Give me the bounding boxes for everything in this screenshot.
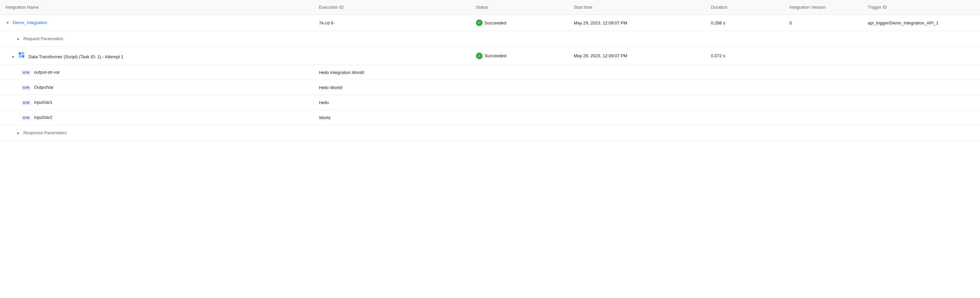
expand-button[interactable] <box>5 20 10 26</box>
table-header-row: Integration Name Execution ID Status Sta… <box>0 0 980 15</box>
task-execution-id-cell <box>314 47 471 65</box>
response-params-row: Response Parameters <box>0 125 980 141</box>
task-expand-button[interactable] <box>11 54 16 60</box>
success-icon: ✓ <box>476 19 483 26</box>
col-header-start-time: Start time <box>568 0 705 15</box>
var-value-cell-3: World <box>314 110 471 125</box>
chevron-down-icon <box>7 21 9 25</box>
table-row: Demo_Integration 7e cd 6- ✓ Succeeded Ma… <box>0 15 980 31</box>
response-params-expand-button[interactable] <box>16 130 21 136</box>
str-badge-3: STR <box>21 116 31 120</box>
execution-table: Integration Name Execution ID Status Sta… <box>0 0 980 141</box>
chevron-right-icon <box>18 36 19 41</box>
var-value-cell-2: Hello <box>314 95 471 110</box>
var-empty-1 <box>471 80 980 95</box>
var-empty-2 <box>471 95 980 110</box>
svg-rect-1 <box>21 52 24 55</box>
trigger-id-cell: api_trigger/Demo_Integration_API_1 <box>862 15 980 31</box>
str-badge-2: STR <box>21 100 31 105</box>
status-cell: ✓ Succeeded <box>471 15 568 31</box>
task-status-cell: ✓ Succeeded <box>471 47 568 65</box>
variable-row-0: STR output-str-var Hello Integration Wor… <box>0 65 980 80</box>
task-duration-cell: 0.072 s <box>705 47 784 65</box>
task-status-text: Succeeded <box>485 53 506 58</box>
task-success-icon: ✓ <box>476 52 483 59</box>
col-header-integration-name: Integration Name <box>0 0 314 15</box>
var-name-cell-2: STR inputVar1 <box>0 95 314 110</box>
svg-rect-3 <box>21 55 24 58</box>
duration-cell: 0.288 s <box>705 15 784 31</box>
var-empty-3 <box>471 110 980 125</box>
response-params-label: Response Parameters <box>24 130 67 135</box>
data-transformer-icon <box>18 52 25 58</box>
request-params-expand-button[interactable] <box>16 36 21 42</box>
variable-row-3: STR inputVar2 World <box>0 110 980 125</box>
execution-id-cell: 7e cd 6- <box>314 15 471 31</box>
var-name-text-0: output-str-var <box>34 70 60 74</box>
task-name-cell: Data Transformer (Script) (Task ID: 1) -… <box>0 47 314 65</box>
integration-name-link[interactable]: Demo_Integration <box>13 20 47 25</box>
col-header-trigger-id: Trigger ID <box>862 0 980 15</box>
col-header-version: Integration Version <box>784 0 862 15</box>
chevron-right-icon-response <box>18 131 19 135</box>
var-name-text-2: inputVar1 <box>34 100 52 105</box>
task-version-cell <box>784 47 862 65</box>
task-trigger-id-cell <box>862 47 980 65</box>
col-header-status: Status <box>471 0 568 15</box>
integration-name-cell: Demo_Integration <box>0 15 314 31</box>
svg-rect-2 <box>18 55 21 58</box>
str-badge-0: STR <box>21 70 31 75</box>
var-value-cell-0: Hello Integration World! <box>314 65 471 80</box>
task-row: Data Transformer (Script) (Task ID: 1) -… <box>0 47 980 65</box>
var-name-cell-0: STR output-str-var <box>0 65 314 80</box>
var-name-text-1: OutputVar <box>34 85 54 90</box>
variable-row-2: STR inputVar1 Hello <box>0 95 980 110</box>
response-params-cell: Response Parameters <box>0 125 980 141</box>
variable-row-1: STR OutputVar Hello World! <box>0 80 980 95</box>
chevron-down-icon <box>12 55 14 59</box>
var-name-cell-1: STR OutputVar <box>0 80 314 95</box>
version-cell: 0 <box>784 15 862 31</box>
var-name-text-3: inputVar2 <box>34 115 52 120</box>
col-header-execution-id: Execution ID <box>314 0 471 15</box>
request-params-row: Request Parameters <box>0 31 980 47</box>
str-badge-1: STR <box>21 86 31 90</box>
var-value-cell-1: Hello World! <box>314 80 471 95</box>
task-start-time-cell: May 29, 2023, 12:09:07 PM <box>568 47 705 65</box>
request-params-cell: Request Parameters <box>0 31 980 47</box>
task-name-text: Data Transformer (Script) (Task ID: 1) -… <box>29 54 123 59</box>
start-time-cell: May 29, 2023, 12:09:07 PM <box>568 15 705 31</box>
svg-rect-0 <box>18 52 21 55</box>
var-name-cell-3: STR inputVar2 <box>0 110 314 125</box>
status-text: Succeeded <box>485 21 506 25</box>
var-empty-0 <box>471 65 980 80</box>
request-params-label: Request Parameters <box>24 36 64 41</box>
col-header-duration: Duration <box>705 0 784 15</box>
